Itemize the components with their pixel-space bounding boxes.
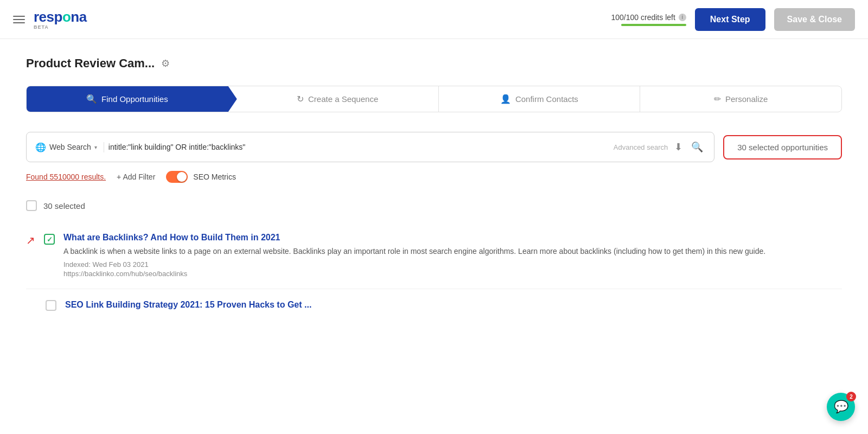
search-row: 🌐 Web Search ▾ Advanced search ⬇ 🔍 30 se… xyxy=(26,132,842,162)
step-contacts-label: Confirm Contacts xyxy=(515,94,578,104)
hamburger-icon[interactable] xyxy=(13,16,25,23)
download-icon[interactable]: ⬇ xyxy=(672,139,685,155)
step-personalize-label: Personalize xyxy=(725,94,768,104)
step-find-opportunities[interactable]: 🔍 Find Opportunities xyxy=(27,86,237,112)
step-personalize[interactable]: ✏ Personalize xyxy=(640,86,841,112)
seo-toggle-row: SEO Metrics xyxy=(166,171,236,183)
logo-beta: BETA xyxy=(34,24,87,30)
search-type-label: Web Search xyxy=(49,143,91,151)
selected-opportunities-button[interactable]: 30 selected opportunities xyxy=(723,135,842,159)
header-right: 100/100 credits left i Next Step Save & … xyxy=(611,8,855,31)
search-glass-icon[interactable]: 🔍 xyxy=(689,139,705,155)
main-content: Product Review Cam... ⚙ 🔍 Find Opportuni… xyxy=(0,39,868,341)
page-title: Product Review Cam... xyxy=(26,56,155,71)
result-1-content: What are Backlinks? And How to Build The… xyxy=(63,233,842,278)
page-title-row: Product Review Cam... ⚙ xyxy=(26,56,842,71)
credits-bar xyxy=(621,24,686,26)
search-step-icon: 🔍 xyxy=(86,94,97,104)
checkmark-icon: ✓ xyxy=(47,235,53,244)
steps-bar: 🔍 Find Opportunities ↻ Create a Sequence… xyxy=(26,86,842,112)
seo-metrics-label: SEO Metrics xyxy=(193,173,236,181)
result-1-title[interactable]: What are Backlinks? And How to Build The… xyxy=(63,233,842,242)
add-filter-button[interactable]: + Add Filter xyxy=(117,173,155,181)
globe-icon: 🌐 xyxy=(35,142,46,152)
step-sequence-label: Create a Sequence xyxy=(308,94,378,104)
credits-text: 100/100 credits left i xyxy=(611,13,686,22)
search-input[interactable] xyxy=(108,143,609,151)
result-1-meta: Indexed: Wed Feb 03 2021 xyxy=(63,260,842,269)
filter-row: Found 5510000 results. + Add Filter SEO … xyxy=(26,171,842,183)
arrow-indicator: ↗ xyxy=(26,234,35,247)
search-type-selector[interactable]: 🌐 Web Search ▾ xyxy=(35,142,104,152)
credits-bar-fill xyxy=(621,24,686,26)
advanced-search-hint: Advanced search xyxy=(614,143,668,151)
select-count-label: 30 selected xyxy=(43,201,85,210)
result-2-content: SEO Link Building Strategy 2021: 15 Prov… xyxy=(65,300,842,313)
settings-icon[interactable]: ⚙ xyxy=(161,58,170,69)
credits-area: 100/100 credits left i xyxy=(611,13,686,26)
result-2-title[interactable]: SEO Link Building Strategy 2021: 15 Prov… xyxy=(65,300,842,310)
logo-text: respona xyxy=(34,9,87,25)
result-1-url[interactable]: https://backlinko.com/hub/seo/backlinks xyxy=(63,270,842,278)
next-step-button[interactable]: Next Step xyxy=(695,8,765,31)
contacts-step-icon: 👤 xyxy=(500,94,511,104)
results-count: Found 5510000 results. xyxy=(26,173,106,181)
result-item-1: ↗ ✓ What are Backlinks? And How to Build… xyxy=(26,222,842,289)
seo-metrics-toggle[interactable] xyxy=(166,171,188,183)
toggle-knob xyxy=(177,172,187,182)
select-all-checkbox[interactable] xyxy=(26,200,37,211)
personalize-step-icon: ✏ xyxy=(714,94,721,104)
header-left: respona BETA xyxy=(13,9,87,30)
result-1-checkbox[interactable]: ✓ xyxy=(44,234,55,245)
search-box: 🌐 Web Search ▾ Advanced search ⬇ 🔍 xyxy=(26,132,714,162)
step-confirm-contacts[interactable]: 👤 Confirm Contacts xyxy=(439,86,641,112)
result-item-2: SEO Link Building Strategy 2021: 15 Prov… xyxy=(26,289,842,324)
result-2-checkbox[interactable] xyxy=(46,300,56,311)
step-find-label: Find Opportunities xyxy=(101,94,168,104)
select-all-row: 30 selected xyxy=(26,200,842,211)
step-create-sequence[interactable]: ↻ Create a Sequence xyxy=(237,86,439,112)
credits-info-icon[interactable]: i xyxy=(679,14,686,21)
chevron-down-icon: ▾ xyxy=(94,144,97,150)
header: respona BETA 100/100 credits left i Next… xyxy=(0,0,868,39)
logo-area: respona BETA xyxy=(34,9,87,30)
save-close-button[interactable]: Save & Close xyxy=(774,8,855,31)
sequence-step-icon: ↻ xyxy=(297,94,304,104)
result-1-desc: A backlink is when a website links to a … xyxy=(63,246,842,257)
